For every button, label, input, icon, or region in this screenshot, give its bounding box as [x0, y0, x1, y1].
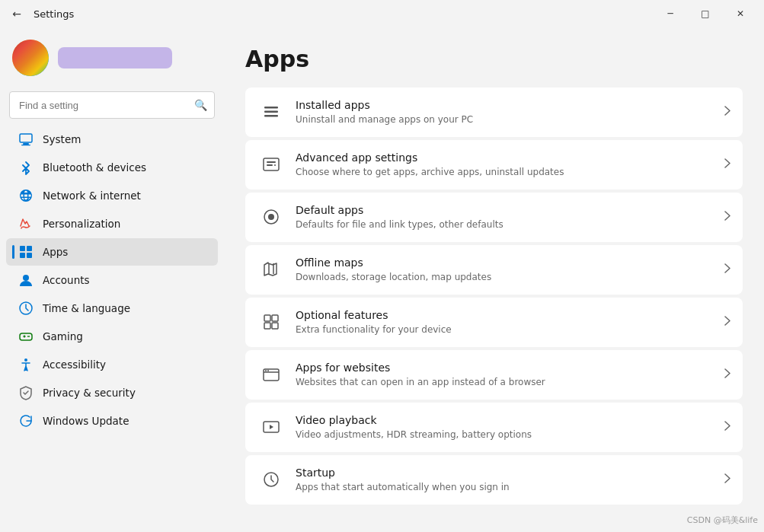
settings-item-offline-maps[interactable]: Offline mapsDownloads, storage location,… — [245, 245, 743, 295]
installed-apps-desc: Uninstall and manage apps on your PC — [296, 113, 718, 126]
settings-item-default-apps[interactable]: Default appsDefaults for file and link t… — [245, 193, 743, 242]
settings-list: Installed appsUninstall and manage apps … — [245, 88, 743, 505]
page-title: Apps — [245, 46, 743, 72]
sidebar-item-gaming[interactable]: Gaming — [6, 323, 218, 350]
sidebar-item-label-update: Windows Update — [43, 415, 129, 427]
sidebar: 🔍 SystemBluetooth & devicesNetwork & int… — [0, 27, 224, 532]
accessibility-icon — [18, 357, 34, 372]
svg-rect-5 — [20, 253, 25, 258]
sidebar-item-label-gaming: Gaming — [43, 330, 83, 342]
content-area: Apps Installed appsUninstall and manage … — [224, 27, 764, 532]
sidebar-item-accounts[interactable]: Accounts — [6, 266, 218, 294]
minimize-button[interactable]: ─ — [653, 0, 688, 27]
personalization-icon — [18, 216, 34, 231]
startup-text: StartupApps that start automatically whe… — [296, 466, 718, 494]
maximize-button[interactable]: □ — [688, 0, 723, 27]
advanced-app-settings-title: Advanced app settings — [296, 151, 718, 164]
settings-item-optional-features[interactable]: Optional featuresExtra functionality for… — [245, 298, 743, 347]
startup-icon — [257, 466, 285, 493]
svg-rect-3 — [20, 246, 25, 251]
sidebar-item-label-accounts: Accounts — [43, 274, 90, 286]
svg-rect-23 — [272, 323, 278, 329]
advanced-app-settings-desc: Choose where to get apps, archive apps, … — [296, 166, 718, 179]
sidebar-item-personalization[interactable]: Personalization — [6, 210, 218, 237]
installed-apps-chevron — [724, 106, 730, 118]
bluetooth-icon — [18, 160, 34, 175]
optional-features-chevron — [724, 316, 730, 328]
video-playback-chevron — [724, 421, 730, 433]
advanced-app-settings-text: Advanced app settingsChoose where to get… — [296, 151, 718, 179]
time-icon — [18, 301, 34, 316]
user-name-box — [58, 47, 172, 68]
sidebar-item-label-accessibility: Accessibility — [43, 358, 106, 371]
sidebar-item-bluetooth[interactable]: Bluetooth & devices — [6, 154, 218, 181]
sidebar-nav: SystemBluetooth & devicesNetwork & inter… — [0, 125, 224, 435]
search-icon: 🔍 — [194, 99, 207, 111]
network-icon — [18, 188, 34, 203]
svg-rect-1 — [23, 143, 29, 145]
app-title: Settings — [34, 8, 74, 20]
offline-maps-chevron — [724, 263, 730, 276]
apps-for-websites-title: Apps for websites — [296, 361, 718, 374]
sidebar-item-system[interactable]: System — [6, 126, 218, 153]
optional-features-desc: Extra functionality for your device — [296, 323, 718, 336]
window-controls: ─ □ ✕ — [653, 0, 758, 27]
video-playback-desc: Video adjustments, HDR streaming, batter… — [296, 428, 718, 441]
apps-icon — [18, 244, 34, 260]
settings-item-video-playback[interactable]: Video playbackVideo adjustments, HDR str… — [245, 403, 743, 452]
svg-rect-11 — [264, 107, 278, 109]
default-apps-title: Default apps — [296, 203, 718, 217]
svg-rect-12 — [264, 111, 278, 113]
sidebar-item-accessibility[interactable]: Accessibility — [6, 351, 218, 378]
sidebar-item-label-privacy: Privacy & security — [43, 387, 136, 399]
svg-rect-17 — [274, 164, 276, 166]
settings-item-apps-for-websites[interactable]: Apps for websitesWebsites that can open … — [245, 350, 743, 400]
sidebar-item-update[interactable]: Windows Update — [6, 407, 218, 435]
installed-apps-icon — [257, 98, 285, 126]
svg-rect-16 — [267, 164, 273, 166]
sidebar-user — [0, 33, 224, 88]
accounts-icon — [18, 272, 34, 288]
sidebar-item-apps[interactable]: Apps — [6, 238, 218, 266]
startup-chevron — [724, 473, 730, 486]
app-body: 🔍 SystemBluetooth & devicesNetwork & int… — [0, 27, 764, 532]
sidebar-item-privacy[interactable]: Privacy & security — [6, 379, 218, 406]
offline-maps-title: Offline maps — [296, 256, 718, 269]
sidebar-item-label-network: Network & internet — [43, 190, 141, 202]
title-bar-left: ← Settings — [6, 3, 74, 24]
svg-rect-4 — [27, 246, 32, 251]
watermark: CSDN @码美&life — [687, 514, 758, 526]
update-icon — [18, 413, 34, 428]
default-apps-desc: Defaults for file and link types, other … — [296, 218, 718, 231]
search-input[interactable] — [9, 91, 215, 119]
close-button[interactable]: ✕ — [723, 0, 758, 27]
gaming-icon — [18, 329, 34, 344]
sidebar-item-time[interactable]: Time & language — [6, 295, 218, 322]
privacy-icon — [18, 385, 34, 400]
advanced-app-settings-chevron — [724, 158, 730, 170]
settings-item-installed-apps[interactable]: Installed appsUninstall and manage apps … — [245, 88, 743, 137]
settings-item-startup[interactable]: StartupApps that start automatically whe… — [245, 455, 743, 505]
video-playback-title: Video playback — [296, 413, 718, 427]
back-button[interactable]: ← — [6, 3, 27, 24]
svg-rect-2 — [21, 145, 30, 145]
settings-item-advanced-app-settings[interactable]: Advanced app settingsChoose where to get… — [245, 140, 743, 190]
svg-point-19 — [268, 214, 274, 220]
optional-features-title: Optional features — [296, 308, 718, 322]
svg-rect-21 — [272, 315, 278, 321]
svg-rect-13 — [264, 115, 278, 117]
apps-for-websites-chevron — [724, 368, 730, 381]
offline-maps-icon — [257, 256, 285, 283]
installed-apps-text: Installed appsUninstall and manage apps … — [296, 98, 718, 126]
sidebar-item-label-system: System — [43, 133, 81, 145]
svg-rect-15 — [267, 161, 276, 163]
title-bar: ← Settings ─ □ ✕ — [0, 0, 764, 27]
sidebar-item-network[interactable]: Network & internet — [6, 182, 218, 209]
svg-rect-22 — [264, 323, 270, 329]
sidebar-item-label-apps: Apps — [43, 246, 68, 258]
svg-rect-0 — [20, 134, 32, 142]
avatar — [12, 40, 49, 76]
default-apps-chevron — [724, 211, 730, 223]
apps-for-websites-icon — [257, 361, 285, 388]
advanced-app-settings-icon — [257, 151, 285, 178]
